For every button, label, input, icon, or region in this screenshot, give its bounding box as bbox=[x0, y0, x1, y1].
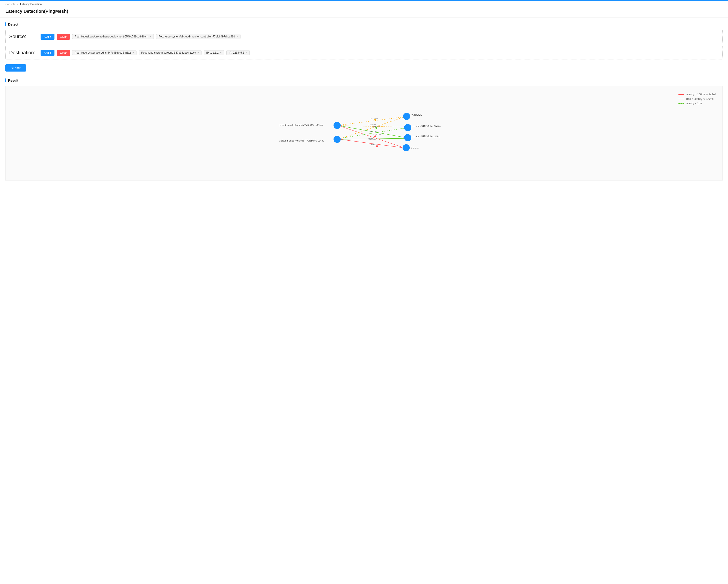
node-n5 bbox=[404, 134, 411, 141]
graph-area: 0.466ms 4.120ms 0.072ms failed 0.466ms bbox=[6, 86, 722, 180]
breadcrumb-current: Latency Detection bbox=[20, 3, 42, 6]
destination-row: Destination: Add + Clear Pod: kube-syste… bbox=[5, 46, 723, 59]
breadcrumb: Console / Latency Detection bbox=[5, 3, 723, 6]
detect-section-indicator bbox=[5, 22, 6, 26]
dest-tag-3: IP: 223.5.5.5 ✕ bbox=[226, 50, 250, 55]
page-title: Latency Detection(PingMesh) bbox=[5, 9, 723, 14]
node-n2 bbox=[334, 136, 341, 143]
node-label-n5: coredns-547b98dbcc-ztb6k bbox=[413, 135, 440, 138]
result-section-title: Result bbox=[8, 78, 18, 82]
dest-tag-1: Pod: kube-system/coredns-547b98dbcc-ztb6… bbox=[139, 50, 202, 55]
node-n1 bbox=[334, 122, 341, 129]
node-label-n3: 223.5.5.5 bbox=[412, 114, 422, 117]
node-label-n4: coredns-547b98dbcc-5m8xz bbox=[413, 125, 441, 128]
source-tag-0: Pod: kubeskoop/prometheus-deployment-554… bbox=[72, 34, 154, 39]
source-clear-button[interactable]: Clear bbox=[57, 34, 70, 40]
result-section-indicator bbox=[5, 78, 6, 82]
source-add-button[interactable]: Add + bbox=[41, 34, 54, 40]
node-label-n2: alicloud-monitor-controller-77bfc84b7d-p… bbox=[279, 139, 324, 142]
dest-tag-0-text: Pod: kube-system/coredns-547b98dbcc-5m8x… bbox=[75, 51, 131, 54]
detect-section: Detect Source: Add + Clear Pod: kubeskoo… bbox=[5, 22, 723, 72]
destination-label: Destination: bbox=[9, 50, 38, 56]
edge-label-n2-n4: 4.120ms bbox=[373, 133, 381, 135]
source-tag-1-close[interactable]: ✕ bbox=[236, 35, 238, 38]
node-label-n1: prometheus-deployment-5549c769cc-98bvm bbox=[279, 124, 323, 126]
edge-label-n2-n6: failed bbox=[371, 144, 376, 146]
destination-add-button[interactable]: Add + bbox=[41, 50, 54, 56]
edge-label-n2-n5: 5.0ms bbox=[370, 138, 376, 141]
edge-dot-3 bbox=[374, 135, 376, 137]
dest-tag-3-close[interactable]: ✕ bbox=[245, 52, 247, 54]
dest-tag-2-text: IP: 1.1.1.1 bbox=[206, 51, 218, 54]
source-row: Source: Add + Clear Pod: kubeskoop/prome… bbox=[5, 30, 723, 43]
breadcrumb-console[interactable]: Console bbox=[5, 3, 15, 6]
page-title-area: Latency Detection(PingMesh) bbox=[0, 7, 728, 18]
source-tag-1: Pod: kube-system/alicloud-monitor-contro… bbox=[156, 34, 241, 39]
dest-tag-3-text: IP: 223.5.5.5 bbox=[229, 51, 244, 54]
node-label-n6: 1.1.1.1 bbox=[411, 146, 419, 149]
dest-tag-0: Pod: kube-system/coredns-547b98dbcc-5m8x… bbox=[72, 50, 136, 55]
graph-svg: 0.466ms 4.120ms 0.072ms failed 0.466ms bbox=[6, 86, 722, 180]
source-tag-1-text: Pod: kube-system/alicloud-monitor-contro… bbox=[158, 35, 235, 38]
edge-label-n1-n5: 0.072ms bbox=[370, 130, 378, 132]
dest-tag-0-close[interactable]: ✕ bbox=[132, 52, 134, 54]
dest-tag-2: IP: 1.1.1.1 ✕ bbox=[204, 50, 224, 55]
content: Detect Source: Add + Clear Pod: kubeskoo… bbox=[0, 18, 728, 185]
breadcrumb-separator: / bbox=[17, 3, 18, 6]
edge-dot-2 bbox=[375, 127, 377, 129]
node-n6 bbox=[402, 144, 410, 151]
edge-dot-1 bbox=[374, 119, 376, 121]
detect-section-header: Detect bbox=[5, 22, 723, 26]
node-n4 bbox=[404, 124, 411, 131]
result-section: Result latency > 100ms or failed 1ms < l… bbox=[5, 78, 723, 181]
source-label: Source: bbox=[9, 34, 38, 40]
detect-section-title: Detect bbox=[8, 22, 18, 26]
source-tag-0-text: Pod: kubeskoop/prometheus-deployment-554… bbox=[75, 35, 148, 38]
submit-button[interactable]: Submit bbox=[5, 65, 26, 72]
breadcrumb-area: Console / Latency Detection bbox=[0, 1, 728, 7]
node-n3 bbox=[403, 113, 410, 120]
dest-tag-2-close[interactable]: ✕ bbox=[220, 52, 222, 54]
dest-tag-1-text: Pod: kube-system/coredns-547b98dbcc-ztb6… bbox=[141, 51, 196, 54]
result-section-header: Result bbox=[5, 78, 723, 82]
source-tag-0-close[interactable]: ✕ bbox=[150, 35, 151, 38]
destination-clear-button[interactable]: Clear bbox=[57, 50, 70, 56]
dest-tag-1-close[interactable]: ✕ bbox=[197, 52, 199, 54]
edge-dot-4 bbox=[376, 145, 378, 147]
result-area: latency > 100ms or failed 1ms < latency … bbox=[5, 86, 723, 181]
